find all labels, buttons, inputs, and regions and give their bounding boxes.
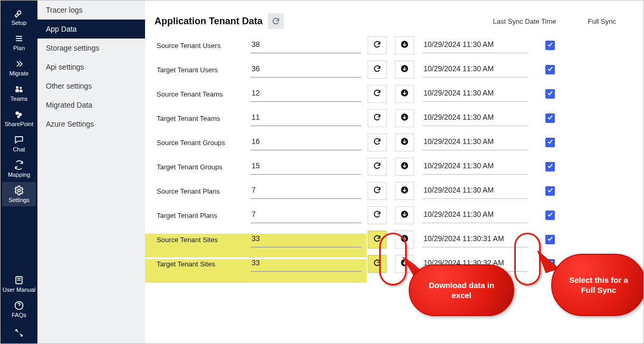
sync-icon	[14, 160, 24, 170]
row-download-button[interactable]	[395, 206, 414, 224]
main-panel: Application Tenant Data Last Sync Date T…	[145, 1, 643, 343]
rail-mapping[interactable]: Mapping	[2, 157, 36, 181]
row-download-button[interactable]	[395, 36, 414, 54]
row-refresh-button[interactable]	[368, 109, 387, 127]
row-download-button[interactable]	[395, 61, 414, 79]
row-refresh-button[interactable]	[368, 158, 387, 176]
row-sync-time: 10/29/2024 11:30 AM	[422, 135, 528, 150]
refresh-icon	[272, 17, 280, 25]
rail-settings[interactable]: Settings	[2, 182, 36, 206]
row-fullsync-checkbox[interactable]	[545, 162, 555, 171]
rail-teams[interactable]: Teams	[2, 81, 36, 105]
check-icon	[546, 89, 554, 99]
row-value: 7	[251, 184, 361, 199]
rail-chat[interactable]: Chat	[2, 131, 36, 156]
subnav-storage-settings[interactable]: Storage settings	[37, 39, 145, 58]
row-fullsync-checkbox[interactable]	[545, 89, 555, 99]
subnav-azure-settings[interactable]: Azure Settings	[37, 114, 145, 133]
subnav-tracer-logs[interactable]: Tracer logs	[37, 1, 145, 20]
row-refresh-button[interactable]	[368, 133, 387, 151]
rail-faqs[interactable]: FAQs	[2, 297, 36, 321]
row-fullsync-cell	[534, 65, 566, 74]
row-download-button[interactable]	[395, 109, 414, 127]
row-fullsync-cell	[534, 113, 566, 123]
row-label: Source Tenant Teams	[155, 90, 244, 98]
refresh-icon	[373, 161, 381, 172]
teams-icon	[14, 84, 24, 94]
book-icon	[14, 275, 24, 285]
row-value: 12	[251, 87, 361, 102]
check-icon	[546, 113, 554, 123]
row-fullsync-checkbox[interactable]	[545, 138, 555, 147]
svg-rect-6	[20, 90, 23, 92]
row-refresh-button[interactable]	[368, 206, 387, 224]
page-refresh-button[interactable]	[268, 13, 284, 29]
rail-expand-toggle[interactable]	[2, 322, 36, 343]
check-icon	[546, 235, 554, 244]
rail-sharepoint[interactable]: SharePoint	[2, 106, 36, 130]
row-sync-time: 10/29/2024 11:30 AM	[422, 208, 528, 223]
annotation-callout-fullsync: Select this for a Full Sync	[551, 254, 643, 316]
download-icon	[400, 161, 409, 173]
refresh-icon	[373, 64, 381, 75]
row-value: 38	[251, 38, 361, 53]
row-value: 33	[251, 232, 361, 247]
row-fullsync-checkbox[interactable]	[545, 186, 555, 196]
rail-user-manual[interactable]: User Manual	[2, 272, 36, 296]
row-fullsync-checkbox[interactable]	[545, 65, 555, 74]
download-icon	[400, 64, 409, 75]
row-sync-time: 10/29/2024 11:30 AM	[422, 111, 528, 126]
row-label: Source Tenant Groups	[155, 139, 244, 147]
rail-label: Settings	[8, 197, 30, 203]
row-label: Target Tenant Sites	[155, 260, 244, 268]
rail-setup[interactable]: Setup	[2, 5, 36, 29]
refresh-icon	[373, 210, 381, 221]
row-fullsync-checkbox[interactable]	[545, 41, 555, 50]
check-icon	[546, 138, 554, 147]
download-icon	[400, 185, 409, 197]
svg-point-4	[20, 87, 22, 89]
rail-label: Mapping	[8, 171, 30, 178]
subnav-api-settings[interactable]: Api settings	[37, 58, 145, 77]
annotation-pointer-icon	[394, 255, 431, 281]
row-refresh-button[interactable]	[368, 61, 387, 79]
header-last-sync-label: Last Sync Date Time	[493, 17, 556, 25]
row-refresh-button[interactable]	[368, 36, 387, 54]
row-fullsync-checkbox[interactable]	[545, 235, 555, 244]
refresh-icon	[373, 113, 381, 123]
row-sync-time: 10/29/2024 11:30 AM	[422, 184, 528, 199]
row-label: Source Tenant Plans	[155, 187, 244, 195]
row-value: 33	[251, 256, 361, 272]
row-sync-time: 10/29/2024 11:30:31 AM	[422, 232, 528, 247]
row-fullsync-checkbox[interactable]	[545, 113, 555, 123]
row-value: 7	[251, 208, 361, 223]
row-fullsync-checkbox[interactable]	[545, 211, 555, 220]
subnav-other-settings[interactable]: Other settings	[37, 77, 145, 95]
svg-point-9	[17, 116, 20, 118]
header-full-sync-label: Full Sync	[588, 17, 616, 25]
subnav-app-data[interactable]: App Data	[37, 20, 145, 39]
refresh-icon	[373, 89, 381, 99]
rail-label: User Manual	[3, 286, 35, 293]
row-label: Target Tenant Users	[155, 66, 244, 74]
check-icon	[546, 211, 554, 220]
row-download-button[interactable]	[395, 133, 414, 151]
row-refresh-button[interactable]	[368, 182, 387, 200]
rail-migrate[interactable]: Migrate	[2, 55, 36, 80]
check-icon	[546, 186, 554, 196]
row-label: Target Tenant Plans	[155, 212, 244, 219]
svg-point-3	[16, 86, 18, 89]
row-fullsync-cell	[534, 41, 566, 50]
rail-plan[interactable]: Plan	[2, 30, 36, 54]
row-fullsync-cell	[534, 211, 566, 220]
row-download-button[interactable]	[395, 158, 414, 176]
row-value: 11	[251, 111, 361, 126]
subnav-migrated-data[interactable]: Migrated Data	[37, 95, 145, 114]
rail-label: Migrate	[9, 70, 29, 77]
row-fullsync-cell	[534, 89, 566, 99]
row-label: Target Tenant Teams	[155, 114, 244, 122]
row-download-button[interactable]	[395, 182, 414, 200]
row-refresh-button[interactable]	[368, 85, 387, 103]
expand-icon	[14, 328, 24, 338]
row-download-button[interactable]	[395, 85, 414, 103]
